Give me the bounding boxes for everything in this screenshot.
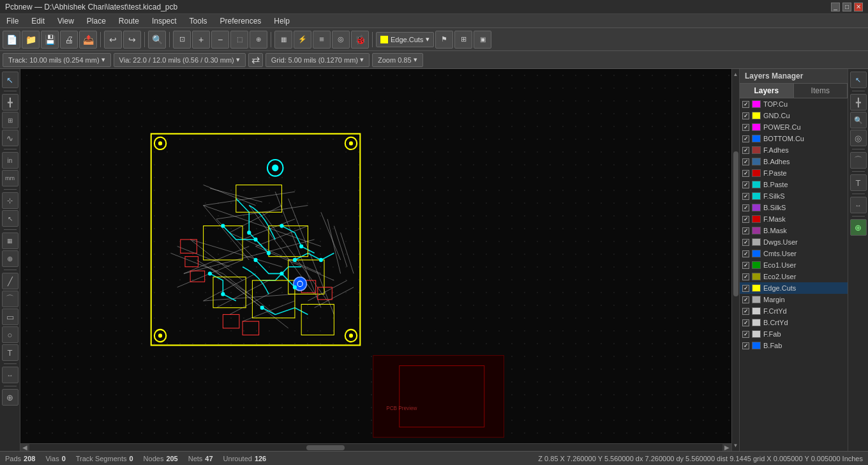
layer-btn2[interactable]: ⊞ xyxy=(454,31,472,49)
drag-select[interactable]: ↖ xyxy=(2,210,19,227)
route-differential[interactable]: ⊞ xyxy=(2,112,19,128)
menu-item-edit[interactable]: Edit xyxy=(25,15,51,27)
layer-checkbox-gnd-cu[interactable]: ✓ xyxy=(742,112,749,119)
layer-checkbox-f-paste[interactable]: ✓ xyxy=(742,170,749,177)
tune-track[interactable]: ∿ xyxy=(2,130,19,146)
layer-item-bottom-cu[interactable]: ✓BOTTOM.Cu xyxy=(740,133,848,144)
layer-item-eco1-user[interactable]: ✓Eco1.User xyxy=(740,259,848,271)
rt-arc[interactable]: ⌒ xyxy=(850,152,867,169)
canvas-area[interactable]: PCB Preview ▲ ▼ ◀ ▶ xyxy=(20,69,739,451)
layer-item-margin[interactable]: ✓Margin xyxy=(740,294,848,305)
export-button[interactable]: 📤 xyxy=(79,31,97,49)
print-button[interactable]: 🖨 xyxy=(60,31,78,49)
layer-item-b-mask[interactable]: ✓B.Mask xyxy=(740,225,848,236)
add-text-tool[interactable]: T xyxy=(2,344,19,361)
layer-item-b-adhes[interactable]: ✓B.Adhes xyxy=(740,156,848,167)
menu-item-tools[interactable]: Tools xyxy=(183,15,214,27)
interactive-router-settings[interactable]: ⇄ xyxy=(248,53,263,67)
layer-checkbox-edge-cuts[interactable]: ✓ xyxy=(742,285,749,292)
layer-btn1[interactable]: ⚑ xyxy=(435,31,453,49)
rt-center[interactable]: ⊕ xyxy=(850,219,867,236)
layer-checkbox-b-paste[interactable]: ✓ xyxy=(742,181,749,188)
titlebar-controls[interactable]: _ □ ✕ xyxy=(831,3,863,11)
layer-checkbox-f-silks[interactable]: ✓ xyxy=(742,193,749,200)
add-footprint-button[interactable]: ▦ xyxy=(274,31,292,49)
layer-checkbox-b-mask[interactable]: ✓ xyxy=(742,227,749,234)
layer-item-f-paste[interactable]: ✓F.Paste xyxy=(740,167,848,179)
highlight-net-button[interactable]: ◎ xyxy=(332,31,350,49)
scroll-up-button[interactable]: ▲ xyxy=(733,72,738,77)
rt-route[interactable]: ╋ xyxy=(850,94,867,111)
rt-inspect[interactable]: 🔍 xyxy=(850,112,867,128)
layer-btn3[interactable]: ▣ xyxy=(474,31,491,49)
layer-item-b-paste[interactable]: ✓B.Paste xyxy=(740,179,848,190)
draw-arc-tool[interactable]: ⌒ xyxy=(2,291,19,307)
layer-item-f-adhes[interactable]: ✓F.Adhes xyxy=(740,144,848,156)
zoom-selector[interactable]: Zoom 0.85 ▾ xyxy=(372,53,423,67)
layer-checkbox-f-fab[interactable]: ✓ xyxy=(742,331,749,338)
menu-item-help[interactable]: Help xyxy=(267,15,296,27)
horizontal-scrollbar[interactable]: ◀ ▶ xyxy=(20,443,731,451)
layer-checkbox-b-silks[interactable]: ✓ xyxy=(742,204,749,211)
rt-text[interactable]: T xyxy=(850,174,867,191)
inspect-net-tool[interactable]: ⊹ xyxy=(2,192,19,209)
ratsnest-button[interactable]: ⚡ xyxy=(294,31,311,49)
draw-line-tool[interactable]: ╱ xyxy=(2,273,19,289)
menu-item-view[interactable]: View xyxy=(51,15,80,27)
menu-item-file[interactable]: File xyxy=(0,15,25,27)
maximize-button[interactable]: □ xyxy=(842,3,851,11)
layer-checkbox-power-cu[interactable]: ✓ xyxy=(742,124,749,131)
layer-item-f-fab[interactable]: ✓F.Fab xyxy=(740,328,848,340)
zoom-orig-button[interactable]: ⊕ xyxy=(250,31,267,49)
layer-checkbox-top-cu[interactable]: ✓ xyxy=(742,101,749,108)
add-footprint-tool[interactable]: ▦ xyxy=(2,232,19,249)
layer-checkbox-eco2-user[interactable]: ✓ xyxy=(742,273,749,280)
layer-item-f-silks[interactable]: ✓F.SilkS xyxy=(740,190,848,202)
zoom-fit-button[interactable]: ⊡ xyxy=(173,31,191,49)
layer-checkbox-cmts-user[interactable]: ✓ xyxy=(742,250,749,257)
layer-item-top-cu[interactable]: ✓TOP.Cu xyxy=(740,98,848,110)
zoom-out-button[interactable]: − xyxy=(211,31,229,49)
minimize-button[interactable]: _ xyxy=(831,3,840,11)
layer-item-b-fab[interactable]: ✓B.Fab xyxy=(740,340,848,351)
scroll-down-button[interactable]: ▼ xyxy=(733,443,738,448)
route-single-track[interactable]: ╋ xyxy=(2,94,19,111)
layer-checkbox-f-mask[interactable]: ✓ xyxy=(742,216,749,223)
add-pad[interactable]: in xyxy=(2,152,19,169)
layer-checkbox-eco1-user[interactable]: ✓ xyxy=(742,262,749,269)
net-inspector-button[interactable]: ≡ xyxy=(313,31,331,49)
menu-item-route[interactable]: Route xyxy=(112,15,146,27)
layer-item-b-silks[interactable]: ✓B.SilkS xyxy=(740,202,848,213)
layer-checkbox-f-crtyd[interactable]: ✓ xyxy=(742,308,749,315)
open-button[interactable]: 📁 xyxy=(22,31,40,49)
layer-checkbox-bottom-cu[interactable]: ✓ xyxy=(742,135,749,142)
select-tool[interactable]: ↖ xyxy=(2,72,19,88)
grid-selector[interactable]: Grid: 5.00 mils (0.1270 mm) ▾ xyxy=(266,53,370,67)
redo-button[interactable]: ↪ xyxy=(123,31,141,49)
measure[interactable]: mm xyxy=(2,170,19,187)
rt-dimension[interactable]: ↔ xyxy=(850,197,867,213)
zoom-box-button[interactable]: ⬚ xyxy=(230,31,248,49)
close-button[interactable]: ✕ xyxy=(854,3,863,11)
layer-selector[interactable]: Edge.Cuts ▾ xyxy=(376,32,434,47)
h-scroll-thumb[interactable] xyxy=(306,445,345,450)
rt-select[interactable]: ↖ xyxy=(850,72,867,88)
via-selector[interactable]: Via: 22.0 / 12.0 mils (0.56 / 0.30 mm) ▾ xyxy=(114,53,246,67)
undo-button[interactable]: ↩ xyxy=(104,31,122,49)
new-button[interactable]: 📄 xyxy=(3,31,20,49)
scroll-thumb[interactable] xyxy=(733,151,738,296)
track-selector[interactable]: Track: 10.00 mils (0.254 mm) ▾ xyxy=(3,53,111,67)
scroll-right-button[interactable]: ▶ xyxy=(722,444,731,452)
tab-items[interactable]: Items xyxy=(794,84,848,98)
menu-item-inspect[interactable]: Inspect xyxy=(146,15,183,27)
layer-item-cmts-user[interactable]: ✓Cmts.User xyxy=(740,248,848,259)
add-dimension-tool[interactable]: ↔ xyxy=(2,367,19,383)
layer-checkbox-margin[interactable]: ✓ xyxy=(742,296,749,303)
layer-item-f-crtyd[interactable]: ✓F.CrtYd xyxy=(740,305,848,317)
menu-item-place[interactable]: Place xyxy=(80,15,112,27)
add-via-tool[interactable]: ⊕ xyxy=(2,250,19,267)
vertical-scrollbar[interactable]: ▲ ▼ xyxy=(731,69,739,451)
layer-checkbox-f-adhes[interactable]: ✓ xyxy=(742,147,749,154)
save-button[interactable]: 💾 xyxy=(41,31,59,49)
layer-item-power-cu[interactable]: ✓POWER.Cu xyxy=(740,121,848,133)
